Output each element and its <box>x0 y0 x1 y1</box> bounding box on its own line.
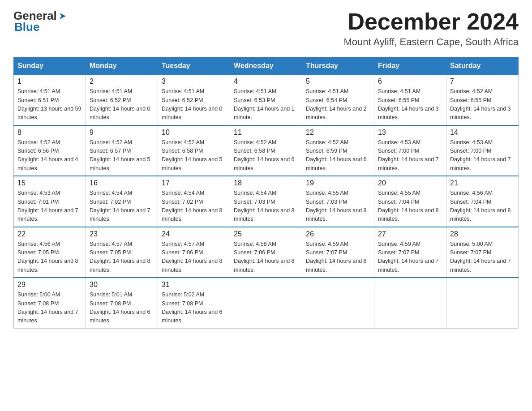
day-info: Sunrise: 4:53 AMSunset: 7:00 PMDaylight:… <box>378 138 442 173</box>
calendar-cell: 10 Sunrise: 4:52 AMSunset: 6:58 PMDaylig… <box>158 125 230 176</box>
calendar-cell: 26 Sunrise: 4:59 AMSunset: 7:07 PMDaylig… <box>302 227 374 278</box>
calendar-cell: 2 Sunrise: 4:51 AMSunset: 6:52 PMDayligh… <box>86 75 158 125</box>
calendar-cell: 18 Sunrise: 4:54 AMSunset: 7:03 PMDaylig… <box>230 176 302 227</box>
day-number: 21 <box>450 179 515 187</box>
day-info: Sunrise: 4:54 AMSunset: 7:02 PMDaylight:… <box>162 189 226 224</box>
calendar-week-row: 1 Sunrise: 4:51 AMSunset: 6:51 PMDayligh… <box>14 75 519 125</box>
logo: General Blue <box>13 9 68 34</box>
day-number: 16 <box>90 179 154 187</box>
calendar-cell: 3 Sunrise: 4:51 AMSunset: 6:52 PMDayligh… <box>158 75 230 125</box>
calendar-cell: 4 Sunrise: 4:51 AMSunset: 6:53 PMDayligh… <box>230 75 302 125</box>
day-number: 26 <box>306 230 370 238</box>
calendar-cell: 12 Sunrise: 4:52 AMSunset: 6:59 PMDaylig… <box>302 125 374 176</box>
day-info: Sunrise: 4:51 AMSunset: 6:55 PMDaylight:… <box>378 87 442 122</box>
day-number: 4 <box>234 77 298 86</box>
calendar-week-row: 29 Sunrise: 5:00 AMSunset: 7:08 PMDaylig… <box>14 278 519 328</box>
day-number: 6 <box>378 77 442 86</box>
logo-arrow-icon <box>58 11 68 23</box>
calendar-cell <box>374 278 446 328</box>
weekday-header-friday: Friday <box>374 57 446 75</box>
calendar-cell <box>302 278 374 328</box>
page-header: General Blue December 2024 Mount Ayliff,… <box>13 9 519 48</box>
day-number: 8 <box>17 128 82 137</box>
day-info: Sunrise: 4:51 AMSunset: 6:52 PMDaylight:… <box>162 87 226 122</box>
day-info: Sunrise: 4:52 AMSunset: 6:58 PMDaylight:… <box>234 138 298 173</box>
calendar-week-row: 15 Sunrise: 4:53 AMSunset: 7:01 PMDaylig… <box>14 176 519 227</box>
day-number: 25 <box>234 230 298 238</box>
day-info: Sunrise: 5:00 AMSunset: 7:07 PMDaylight:… <box>450 240 515 275</box>
calendar-cell: 5 Sunrise: 4:51 AMSunset: 6:54 PMDayligh… <box>302 75 374 125</box>
day-number: 24 <box>162 230 226 238</box>
calendar-cell: 25 Sunrise: 4:58 AMSunset: 7:06 PMDaylig… <box>230 227 302 278</box>
calendar-cell: 19 Sunrise: 4:55 AMSunset: 7:03 PMDaylig… <box>302 176 374 227</box>
day-info: Sunrise: 4:51 AMSunset: 6:52 PMDaylight:… <box>90 87 154 122</box>
calendar-cell: 6 Sunrise: 4:51 AMSunset: 6:55 PMDayligh… <box>374 75 446 125</box>
day-info: Sunrise: 5:02 AMSunset: 7:08 PMDaylight:… <box>162 291 226 325</box>
day-info: Sunrise: 5:01 AMSunset: 7:08 PMDaylight:… <box>90 291 154 325</box>
day-number: 5 <box>306 77 370 86</box>
calendar-cell: 24 Sunrise: 4:57 AMSunset: 7:06 PMDaylig… <box>158 227 230 278</box>
day-info: Sunrise: 4:52 AMSunset: 6:59 PMDaylight:… <box>306 138 370 173</box>
day-info: Sunrise: 4:51 AMSunset: 6:51 PMDaylight:… <box>17 87 82 122</box>
calendar-cell: 17 Sunrise: 4:54 AMSunset: 7:02 PMDaylig… <box>158 176 230 227</box>
day-number: 11 <box>234 128 298 137</box>
day-number: 19 <box>306 179 370 187</box>
day-number: 3 <box>162 77 226 86</box>
calendar-table: SundayMondayTuesdayWednesdayThursdayFrid… <box>13 57 519 329</box>
day-number: 10 <box>162 128 226 137</box>
calendar-cell: 7 Sunrise: 4:52 AMSunset: 6:55 PMDayligh… <box>446 75 519 125</box>
day-info: Sunrise: 4:55 AMSunset: 7:04 PMDaylight:… <box>378 189 442 224</box>
calendar-week-row: 8 Sunrise: 4:52 AMSunset: 6:56 PMDayligh… <box>14 125 519 176</box>
day-info: Sunrise: 4:57 AMSunset: 7:05 PMDaylight:… <box>90 240 154 275</box>
day-number: 17 <box>162 179 226 187</box>
location-title: Mount Ayliff, Eastern Cape, South Africa <box>343 36 519 48</box>
calendar-cell: 29 Sunrise: 5:00 AMSunset: 7:08 PMDaylig… <box>14 278 86 328</box>
calendar-cell <box>230 278 302 328</box>
calendar-week-row: 22 Sunrise: 4:56 AMSunset: 7:05 PMDaylig… <box>14 227 519 278</box>
logo-blue-text: Blue <box>14 20 39 34</box>
day-info: Sunrise: 4:52 AMSunset: 6:57 PMDaylight:… <box>90 138 154 173</box>
day-info: Sunrise: 4:54 AMSunset: 7:03 PMDaylight:… <box>234 189 298 224</box>
day-number: 1 <box>17 77 82 86</box>
day-number: 22 <box>17 230 82 238</box>
calendar-cell: 31 Sunrise: 5:02 AMSunset: 7:08 PMDaylig… <box>158 278 230 328</box>
weekday-header-wednesday: Wednesday <box>230 57 302 75</box>
day-info: Sunrise: 4:54 AMSunset: 7:02 PMDaylight:… <box>90 189 154 224</box>
day-number: 28 <box>450 230 515 238</box>
day-number: 31 <box>162 281 226 289</box>
calendar-cell: 8 Sunrise: 4:52 AMSunset: 6:56 PMDayligh… <box>14 125 86 176</box>
weekday-header-saturday: Saturday <box>446 57 519 75</box>
day-info: Sunrise: 4:52 AMSunset: 6:58 PMDaylight:… <box>162 138 226 173</box>
day-number: 12 <box>306 128 370 137</box>
day-info: Sunrise: 4:55 AMSunset: 7:03 PMDaylight:… <box>306 189 370 224</box>
calendar-cell: 28 Sunrise: 5:00 AMSunset: 7:07 PMDaylig… <box>446 227 519 278</box>
day-info: Sunrise: 5:00 AMSunset: 7:08 PMDaylight:… <box>17 291 82 325</box>
calendar-cell: 9 Sunrise: 4:52 AMSunset: 6:57 PMDayligh… <box>86 125 158 176</box>
calendar-cell: 23 Sunrise: 4:57 AMSunset: 7:05 PMDaylig… <box>86 227 158 278</box>
calendar-cell: 27 Sunrise: 4:59 AMSunset: 7:07 PMDaylig… <box>374 227 446 278</box>
day-number: 30 <box>90 281 154 289</box>
calendar-cell: 13 Sunrise: 4:53 AMSunset: 7:00 PMDaylig… <box>374 125 446 176</box>
weekday-header-row: SundayMondayTuesdayWednesdayThursdayFrid… <box>14 57 519 75</box>
calendar-cell: 14 Sunrise: 4:53 AMSunset: 7:00 PMDaylig… <box>446 125 519 176</box>
weekday-header-monday: Monday <box>86 57 158 75</box>
day-number: 14 <box>450 128 515 137</box>
day-number: 15 <box>17 179 82 187</box>
day-number: 23 <box>90 230 154 238</box>
day-number: 13 <box>378 128 442 137</box>
calendar-cell: 16 Sunrise: 4:54 AMSunset: 7:02 PMDaylig… <box>86 176 158 227</box>
day-info: Sunrise: 4:53 AMSunset: 7:00 PMDaylight:… <box>450 138 515 173</box>
day-number: 27 <box>378 230 442 238</box>
day-number: 2 <box>90 77 154 86</box>
calendar-cell: 20 Sunrise: 4:55 AMSunset: 7:04 PMDaylig… <box>374 176 446 227</box>
day-info: Sunrise: 4:52 AMSunset: 6:56 PMDaylight:… <box>17 138 82 173</box>
day-info: Sunrise: 4:56 AMSunset: 7:05 PMDaylight:… <box>17 240 82 275</box>
weekday-header-sunday: Sunday <box>14 57 86 75</box>
day-number: 9 <box>90 128 154 137</box>
day-info: Sunrise: 4:56 AMSunset: 7:04 PMDaylight:… <box>450 189 515 224</box>
calendar-cell: 30 Sunrise: 5:01 AMSunset: 7:08 PMDaylig… <box>86 278 158 328</box>
title-block: December 2024 Mount Ayliff, Eastern Cape… <box>343 9 519 48</box>
day-info: Sunrise: 4:51 AMSunset: 6:54 PMDaylight:… <box>306 87 370 122</box>
calendar-cell <box>446 278 519 328</box>
weekday-header-thursday: Thursday <box>302 57 374 75</box>
